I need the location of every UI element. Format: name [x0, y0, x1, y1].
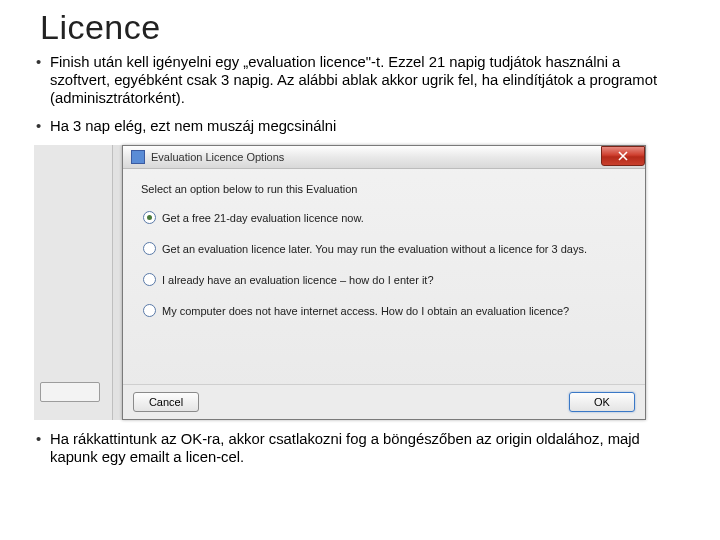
embedded-screenshot: Evaluation Licence Options Select an opt… — [34, 145, 646, 420]
radio-option-2[interactable]: Get an evaluation licence later. You may… — [143, 242, 627, 255]
bullet-text: Finish után kell igényelni egy „evaluati… — [50, 53, 684, 107]
bullet-text: Ha 3 nap elég, ezt nem muszáj megcsináln… — [50, 117, 684, 135]
page-title: Licence — [0, 0, 720, 47]
background-panel — [34, 145, 113, 420]
bullet-dot-icon: • — [36, 117, 50, 135]
cancel-button[interactable]: Cancel — [133, 392, 199, 412]
radio-label: Get an evaluation licence later. You may… — [162, 243, 587, 255]
radio-label: I already have an evaluation licence – h… — [162, 274, 434, 286]
slide: Licence • Finish után kell igényelni egy… — [0, 0, 720, 540]
list-item: • Ha rákkattintunk az OK-ra, akkor csatl… — [36, 430, 684, 466]
list-item: • Ha 3 nap elég, ezt nem muszáj megcsiná… — [36, 117, 684, 135]
radio-icon — [143, 211, 156, 224]
bullet-list: • Ha rákkattintunk az OK-ra, akkor csatl… — [0, 420, 720, 466]
radio-label: Get a free 21-day evaluation licence now… — [162, 212, 364, 224]
dialog-prompt: Select an option below to run this Evalu… — [141, 183, 627, 195]
button-label: Cancel — [149, 396, 183, 408]
radio-option-1[interactable]: Get a free 21-day evaluation licence now… — [143, 211, 627, 224]
app-icon — [131, 150, 145, 164]
radio-label: My computer does not have internet acces… — [162, 305, 569, 317]
bullet-text: Ha rákkattintunk az OK-ra, akkor csatlak… — [50, 430, 684, 466]
dialog-body: Select an option below to run this Evalu… — [123, 169, 645, 317]
bullet-dot-icon: • — [36, 53, 50, 107]
radio-option-3[interactable]: I already have an evaluation licence – h… — [143, 273, 627, 286]
bullet-list: • Finish után kell igényelni egy „evalua… — [0, 47, 720, 135]
close-button[interactable] — [601, 146, 645, 166]
radio-icon — [143, 304, 156, 317]
button-label: OK — [594, 396, 610, 408]
background-button — [40, 382, 100, 402]
radio-icon — [143, 242, 156, 255]
dialog-footer: Cancel OK — [123, 384, 645, 419]
radio-icon — [143, 273, 156, 286]
ok-button[interactable]: OK — [569, 392, 635, 412]
dialog-titlebar: Evaluation Licence Options — [123, 146, 645, 169]
close-icon — [618, 151, 628, 161]
dialog-title: Evaluation Licence Options — [151, 151, 284, 163]
radio-option-4[interactable]: My computer does not have internet acces… — [143, 304, 627, 317]
list-item: • Finish után kell igényelni egy „evalua… — [36, 53, 684, 107]
bullet-dot-icon: • — [36, 430, 50, 466]
license-dialog: Evaluation Licence Options Select an opt… — [122, 145, 646, 420]
